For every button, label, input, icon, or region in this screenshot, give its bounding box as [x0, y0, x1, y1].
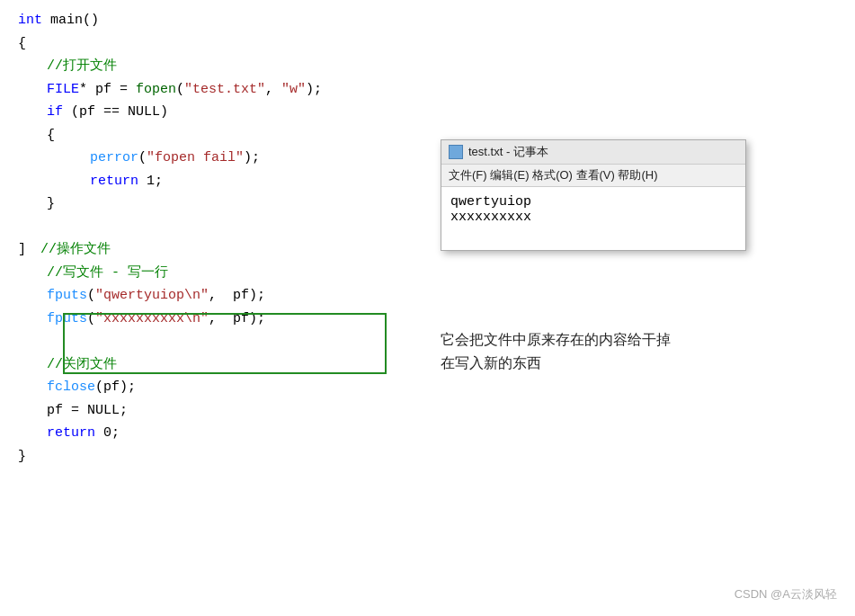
code-block: int main() { //打开文件 FILE * pf = fopen ( …: [18, 9, 322, 468]
annotation-text: 它会把文件中原来存在的内容给干掉 在写入新的东西: [441, 328, 671, 374]
code-line-bracket: ] //操作文件: [18, 238, 322, 262]
code-main: main(): [50, 9, 99, 32]
notepad-line1: qwertyuiop: [450, 194, 736, 210]
code-line-if: if (pf == NULL): [18, 101, 322, 124]
keyword-int: int: [18, 9, 50, 32]
code-line-comment-open: //打开文件: [18, 55, 322, 78]
code-line-pf-null: pf = NULL;: [18, 399, 322, 423]
code-line-brace-close: }: [18, 192, 322, 216]
code-line-1: int main(): [18, 9, 322, 32]
code-line-return1: return 1;: [18, 170, 322, 193]
code-line-perror: perror ( "fopen fail" );: [18, 147, 322, 170]
code-line-comment-write: //写文件 - 写一行: [18, 262, 322, 285]
notepad-menu: 文件(F) 编辑(E) 格式(O) 查看(V) 帮助(H): [449, 167, 658, 183]
watermark: CSDN @A云淡风轻: [735, 586, 837, 603]
code-spacer: [18, 216, 322, 239]
highlight-box: [63, 313, 387, 374]
code-line-fputs1: fputs ( "qwertyuiop\n" , pf);: [18, 284, 322, 308]
code-line-brace-open: {: [18, 124, 322, 147]
code-line-fclose: fclose (pf);: [18, 376, 322, 399]
code-line-2: {: [18, 32, 322, 56]
notepad-menubar: 文件(F) 编辑(E) 格式(O) 查看(V) 帮助(H): [441, 165, 745, 187]
code-line-return0: return 0;: [18, 422, 322, 445]
notepad-icon: [449, 145, 463, 159]
notepad-content: qwertyuiop xxxxxxxxxx: [441, 187, 745, 250]
notepad-line2: xxxxxxxxxx: [450, 210, 736, 225]
annotation-line2: 在写入新的东西: [441, 352, 671, 375]
annotation-line1: 它会把文件中原来存在的内容给干掉: [441, 328, 671, 352]
notepad-window: test.txt - 记事本 文件(F) 编辑(E) 格式(O) 查看(V) 帮…: [441, 139, 746, 251]
notepad-title: test.txt - 记事本: [468, 144, 548, 160]
code-line-final-brace: }: [18, 445, 322, 469]
notepad-titlebar: test.txt - 记事本: [441, 140, 745, 165]
code-line-fopen: FILE * pf = fopen ( "test.txt" , "w" );: [18, 78, 322, 102]
